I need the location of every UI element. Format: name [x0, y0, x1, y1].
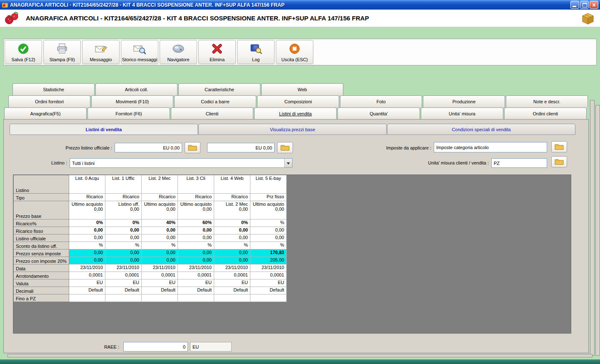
toolbar-button-elimina[interactable]: Elimina: [198, 40, 236, 64]
table-cell[interactable]: 0,00: [178, 249, 214, 257]
table-cell[interactable]: 0,00: [142, 234, 178, 242]
imposte-lookup-button[interactable]: [551, 141, 567, 152]
toolbar-button-uscita-esc[interactable]: Uscita (ESC): [276, 40, 313, 64]
table-cell[interactable]: 0,00: [214, 249, 250, 257]
table-cell[interactable]: 23/11/2010: [142, 264, 178, 272]
minimize-button[interactable]: [570, 1, 579, 9]
table-cell[interactable]: 23/11/2010: [178, 264, 214, 272]
table-cell[interactable]: 23/11/2010: [214, 264, 250, 272]
table-cell[interactable]: EU: [69, 279, 105, 287]
table-cell[interactable]: Ultimo acquisto 0,00: [142, 201, 178, 219]
subtab-condizioni-speciali-di-vendita[interactable]: Condizioni speciali di vendita: [387, 124, 575, 135]
prezzo-listino-input-2[interactable]: [207, 143, 275, 152]
table-cell[interactable]: %: [69, 242, 105, 249]
table-cell[interactable]: Default: [178, 287, 214, 294]
table-cell[interactable]: 0%: [69, 219, 105, 227]
table-cell[interactable]: 0,00: [69, 249, 105, 257]
table-cell[interactable]: 0,00: [142, 227, 178, 234]
table-cell[interactable]: 23/11/2010: [105, 264, 142, 272]
tab-web[interactable]: Web: [261, 83, 343, 95]
table-cell[interactable]: Listino uff. 0,00: [105, 201, 142, 219]
tab-movimenti-f10[interactable]: Movimenti (F10): [91, 95, 173, 107]
table-cell[interactable]: EU: [250, 279, 287, 287]
tab-ordini-fornitori[interactable]: Ordini fornitori: [8, 95, 90, 107]
table-cell[interactable]: 0,00: [178, 257, 214, 264]
table-cell[interactable]: 0,00: [250, 234, 287, 242]
tab-note-e-descr[interactable]: Note e descr.: [506, 95, 588, 107]
table-cell[interactable]: Ultimo acquisto 0,00: [250, 201, 287, 219]
table-cell[interactable]: 60%: [178, 219, 214, 227]
tab-unita-misura[interactable]: Unita' misura: [421, 107, 503, 120]
table-cell[interactable]: EU: [142, 279, 178, 287]
table-cell[interactable]: 0,00: [142, 257, 178, 264]
table-cell[interactable]: 0,00: [178, 234, 214, 242]
table-cell[interactable]: 0,00: [250, 227, 287, 234]
table-cell[interactable]: 0,0001: [250, 272, 287, 279]
tab-quantita[interactable]: Quantita': [338, 107, 420, 120]
tab-foto[interactable]: Foto: [340, 95, 422, 107]
table-cell[interactable]: [214, 294, 250, 302]
tab-caratteristiche[interactable]: Caratteristiche: [178, 83, 260, 95]
table-cell[interactable]: EU: [105, 279, 142, 287]
toolbar-button-stampa-f9[interactable]: Stampa (F9): [43, 40, 81, 64]
table-cell[interactable]: 170,83: [250, 249, 287, 257]
table-cell[interactable]: 0,00: [105, 234, 142, 242]
table-cell[interactable]: 0,00: [69, 227, 105, 234]
table-cell[interactable]: 0,00: [142, 249, 178, 257]
table-cell[interactable]: [105, 294, 142, 302]
table-cell[interactable]: Default: [69, 287, 105, 294]
tab-articoli-coll[interactable]: Articoli coll.: [95, 83, 178, 95]
table-cell[interactable]: 0,00: [214, 257, 250, 264]
table-cell[interactable]: 0,00: [214, 227, 250, 234]
listino-select[interactable]: Tutti i listini: [70, 158, 292, 168]
toolbar-button-navigatore[interactable]: Navigatore: [160, 40, 197, 64]
tab-produzione[interactable]: Produzione: [423, 95, 505, 107]
toolbar-button-salva-f12[interactable]: Salva (F12): [5, 40, 42, 64]
table-cell[interactable]: 0,0001: [214, 272, 250, 279]
toolbar-button-storico-messaggi[interactable]: Storico messaggi: [121, 40, 158, 64]
table-cell[interactable]: 23/11/2010: [250, 264, 287, 272]
table-cell[interactable]: 0,00: [105, 249, 142, 257]
table-cell[interactable]: 23/11/2010: [69, 264, 105, 272]
table-cell[interactable]: EU: [178, 279, 214, 287]
table-cell[interactable]: %: [105, 242, 142, 249]
table-cell[interactable]: Ricarico: [178, 194, 214, 201]
unita-misura-lookup-button[interactable]: [551, 156, 567, 167]
subtab-listini-di-vendita[interactable]: Listini di vendita: [10, 124, 198, 135]
close-button[interactable]: ×: [590, 1, 598, 9]
tab-anagrafica-f5[interactable]: Anagrafica(F5): [4, 107, 87, 120]
imposte-input[interactable]: [434, 142, 547, 152]
restore-button[interactable]: [580, 1, 589, 9]
tab-fornitori-f6[interactable]: Fornitori (F6): [88, 107, 170, 120]
table-cell[interactable]: %: [142, 242, 178, 249]
prezzo-listino-lookup-button-2[interactable]: [277, 142, 293, 153]
table-cell[interactable]: 40%: [142, 219, 178, 227]
chevron-down-icon[interactable]: [284, 159, 292, 167]
table-cell[interactable]: Default: [105, 287, 142, 294]
table-cell[interactable]: [250, 294, 287, 302]
table-cell[interactable]: EU: [214, 279, 250, 287]
table-cell[interactable]: 0,0001: [178, 272, 214, 279]
table-cell[interactable]: Ultimo acquisto 0,00: [69, 201, 105, 219]
table-cell[interactable]: Ultimo acquisto 0,00: [178, 201, 214, 219]
tab-clienti[interactable]: Clienti: [171, 107, 253, 120]
table-cell[interactable]: Ricarico: [142, 194, 178, 201]
prezzo-listino-lookup-button-1[interactable]: [185, 142, 200, 153]
table-cell[interactable]: 0,00: [69, 234, 105, 242]
raee-input[interactable]: [123, 342, 188, 352]
table-cell[interactable]: 0,00: [105, 257, 142, 264]
prezzo-listino-input-1[interactable]: [115, 143, 182, 152]
package-box-icon[interactable]: [581, 12, 595, 25]
table-cell[interactable]: Default: [214, 287, 250, 294]
table-cell[interactable]: 0,0001: [105, 272, 142, 279]
table-cell[interactable]: 205,00: [250, 257, 287, 264]
table-cell[interactable]: Prz fisso: [250, 194, 287, 201]
table-cell[interactable]: 0,0001: [142, 272, 178, 279]
tab-listini-di-vendita[interactable]: Listini di vendita: [254, 107, 337, 120]
table-cell[interactable]: [142, 294, 178, 302]
table-cell[interactable]: 0,0001: [69, 272, 105, 279]
table-cell[interactable]: %: [214, 242, 250, 249]
subtab-visualizza-prezzi-base[interactable]: Visualizza prezzi base: [198, 124, 387, 135]
table-cell[interactable]: %: [250, 219, 287, 227]
table-cell[interactable]: Default: [250, 287, 287, 294]
